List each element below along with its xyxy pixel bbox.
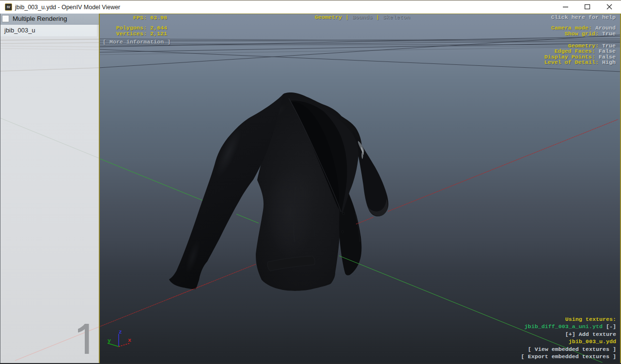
svg-text:y: y xyxy=(108,337,111,344)
svg-text:z: z xyxy=(119,329,122,335)
svg-text:x: x xyxy=(128,337,131,343)
